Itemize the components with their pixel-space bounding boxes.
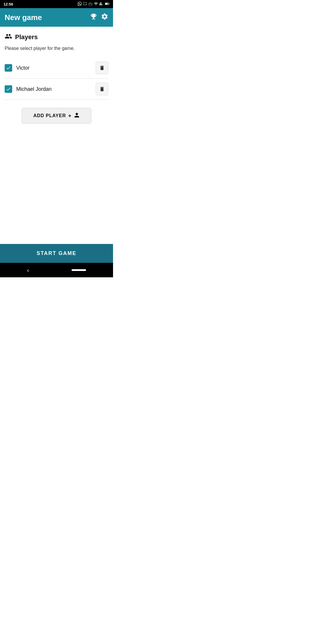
svg-rect-5	[84, 4, 84, 5]
players-subtitle: Please select player for the game.	[5, 46, 108, 51]
player-2-delete-button[interactable]	[96, 83, 108, 95]
svg-rect-10	[105, 3, 108, 4]
add-player-label: ADD PLAYER	[33, 113, 66, 118]
person-icon	[74, 112, 80, 119]
vibrate-icon: 📳	[88, 2, 92, 6]
player-row: Michael Jordan	[5, 79, 108, 100]
whatsapp-icon	[78, 2, 82, 7]
status-bar: 12:56 📳	[0, 0, 113, 8]
battery-icon	[105, 2, 110, 6]
wifi-icon	[94, 2, 98, 7]
back-button[interactable]: ‹	[27, 267, 29, 274]
nav-bar: ‹	[0, 263, 113, 277]
app-bar: New game	[0, 8, 113, 27]
start-game-button[interactable]: START GAME	[0, 244, 113, 263]
svg-rect-9	[109, 3, 109, 4]
player-1-checkbox[interactable]	[5, 64, 12, 72]
main-content: Players Please select player for the gam…	[0, 27, 113, 244]
player-1-delete-button[interactable]	[96, 61, 108, 74]
status-icons: 📳	[78, 2, 110, 7]
signal-icon	[99, 2, 103, 7]
player-row: Victor	[5, 57, 108, 79]
trophy-icon[interactable]	[90, 13, 97, 22]
player-left-2: Michael Jordan	[5, 85, 52, 93]
players-icon	[5, 32, 12, 42]
start-game-label: START GAME	[37, 250, 77, 256]
settings-icon[interactable]	[101, 13, 108, 22]
screenshot-icon	[83, 2, 87, 6]
svg-rect-7	[86, 4, 86, 5]
svg-rect-3	[86, 2, 86, 3]
add-player-icon: +	[68, 113, 72, 119]
section-title: Players	[15, 33, 38, 41]
player-left-1: Victor	[5, 64, 30, 72]
player-2-checkbox[interactable]	[5, 85, 12, 93]
player-1-name: Victor	[16, 65, 30, 71]
home-button[interactable]	[72, 269, 86, 271]
add-player-button[interactable]: ADD PLAYER +	[22, 108, 91, 124]
app-bar-actions	[90, 13, 108, 22]
page-title: New game	[5, 13, 42, 22]
status-time: 12:56	[3, 2, 13, 6]
player-2-name: Michael Jordan	[16, 86, 52, 92]
section-header: Players	[5, 32, 108, 42]
svg-rect-1	[84, 2, 84, 3]
